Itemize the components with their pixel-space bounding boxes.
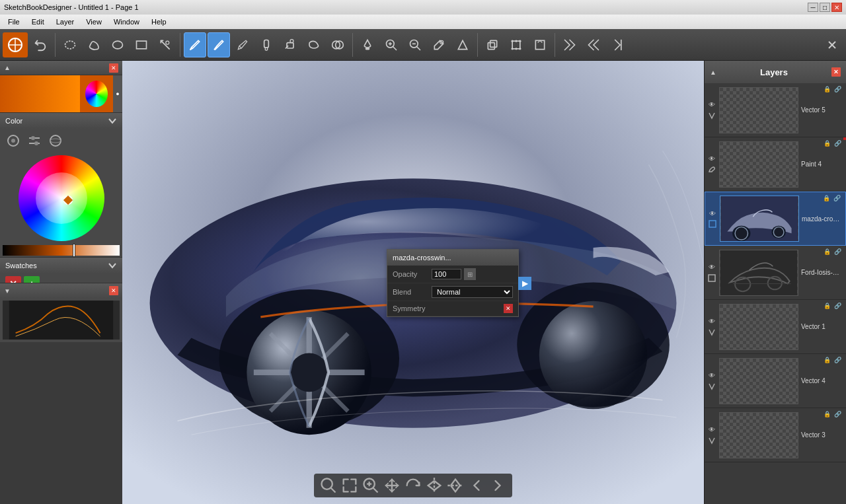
menu-layer[interactable]: Layer bbox=[51, 17, 80, 27]
popup-blend-select[interactable]: Normal Multiply Screen Overlay bbox=[432, 286, 513, 298]
color-wheel[interactable] bbox=[19, 155, 104, 241]
layer-visibility-vector5[interactable]: 👁 bbox=[707, 100, 716, 110]
layer-visibility-paint4[interactable]: 👁 bbox=[707, 155, 716, 164]
layer-lock-paint4[interactable]: 🔒 bbox=[824, 140, 833, 149]
curve-panel-collapse[interactable]: ▼ bbox=[4, 287, 11, 295]
drawing-canvas[interactable]: mazda-crosswin... Opacity ⊞ ▶ Blend Norm… bbox=[122, 61, 704, 504]
layer-link-vector5[interactable]: 🔗 bbox=[834, 86, 843, 95]
layer-icons-ford: 👁 bbox=[707, 263, 716, 283]
toolbar-close[interactable] bbox=[821, 32, 843, 57]
nav-end-tool[interactable] bbox=[606, 32, 629, 57]
curve-panel-close[interactable]: ✕ bbox=[109, 286, 118, 295]
layer-item-vector1[interactable]: 👁 Vector 1 🔒 🔗 bbox=[705, 300, 846, 354]
zoom-plus-button[interactable] bbox=[362, 476, 380, 495]
menu-view[interactable]: View bbox=[81, 17, 107, 27]
close-button[interactable]: ✕ bbox=[831, 3, 842, 12]
layer-lock-vector1[interactable]: 🔒 bbox=[824, 303, 833, 312]
layers-close-button[interactable]: ✕ bbox=[831, 67, 841, 77]
color-wheel-mini[interactable] bbox=[85, 81, 108, 107]
layer-link-paint4[interactable]: 🔗 bbox=[834, 140, 843, 149]
layer-lock-mazda[interactable]: 🔒 bbox=[823, 195, 832, 204]
layers-list[interactable]: 👁 Vector 5 🔒 🔗 👁 bbox=[705, 83, 846, 504]
triangle-tool[interactable] bbox=[451, 32, 474, 57]
popup-opacity-input[interactable] bbox=[432, 269, 461, 279]
layer-visibility-vector1[interactable]: 👁 bbox=[707, 317, 716, 326]
zoom-out-tool[interactable] bbox=[404, 32, 426, 57]
layer-lock-ford[interactable]: 🔒 bbox=[824, 248, 833, 258]
nav-left-button[interactable] bbox=[467, 476, 486, 495]
fill-tool[interactable] bbox=[356, 32, 379, 57]
transform-tool[interactable] bbox=[505, 32, 527, 57]
undo-tool[interactable] bbox=[29, 32, 52, 57]
nav-next-tool[interactable] bbox=[582, 32, 605, 57]
pencil-tool[interactable] bbox=[231, 32, 254, 57]
layer-type-vector1 bbox=[707, 328, 716, 337]
layer-visibility-ford[interactable]: 👁 bbox=[707, 263, 716, 272]
layer-info-ford: Ford-Iosis-X-... bbox=[801, 269, 843, 276]
layer-link-mazda[interactable]: 🔗 bbox=[833, 195, 843, 204]
layer-link-vector1[interactable]: 🔗 bbox=[834, 303, 843, 312]
zoom-reset-button[interactable] bbox=[319, 476, 338, 495]
nav-prev-tool[interactable] bbox=[558, 32, 581, 57]
swatches-dropdown-icon[interactable] bbox=[108, 261, 117, 270]
magic-wand-tool[interactable] bbox=[154, 32, 176, 57]
layer-link-vector4[interactable]: 🔗 bbox=[834, 357, 843, 366]
rect-select-tool[interactable] bbox=[130, 32, 153, 57]
layer-item-vector3[interactable]: 👁 Vector 3 🔒 🔗 bbox=[705, 408, 846, 462]
layer-link-vector3[interactable]: 🔗 bbox=[834, 411, 843, 420]
layer-item-paint4[interactable]: 👁 Paint 4 🔒 🔗 bbox=[705, 137, 846, 192]
popup-expand-button[interactable]: ▶ bbox=[518, 277, 531, 290]
layer-lock-vector5[interactable]: 🔒 bbox=[824, 86, 833, 95]
layer-link-ford[interactable]: 🔗 bbox=[834, 248, 843, 258]
layer-visibility-vector3[interactable]: 👁 bbox=[707, 425, 716, 435]
maximize-button[interactable]: □ bbox=[820, 3, 830, 12]
blend-tool[interactable] bbox=[327, 32, 349, 57]
lasso-tool[interactable] bbox=[59, 32, 81, 57]
layer-item-mazda[interactable]: 👁 maz bbox=[705, 192, 846, 246]
eyedropper-tool[interactable] bbox=[428, 32, 450, 57]
color-preview-collapse[interactable]: ▲ bbox=[4, 64, 11, 71]
ellipse-select-tool[interactable] bbox=[106, 32, 129, 57]
canvas-area[interactable]: mazda-crosswin... Opacity ⊞ ▶ Blend Norm… bbox=[122, 61, 704, 504]
color-preview-close[interactable]: ✕ bbox=[109, 63, 118, 73]
curve-canvas[interactable] bbox=[3, 301, 120, 340]
layer-visibility-mazda[interactable]: 👁 bbox=[708, 209, 717, 218]
warp-tool[interactable] bbox=[529, 32, 551, 57]
rotate-canvas-button[interactable] bbox=[404, 476, 422, 495]
fit-view-button[interactable] bbox=[340, 476, 359, 495]
layer-item-vector4[interactable]: 👁 Vector 4 🔒 🔗 bbox=[705, 354, 846, 408]
free-lasso-tool[interactable] bbox=[83, 32, 105, 57]
popup-symmetry-close[interactable]: ✕ bbox=[504, 304, 513, 313]
color-sphere-mode[interactable] bbox=[48, 133, 63, 149]
svg-point-27 bbox=[519, 40, 521, 42]
layer-copy-tool[interactable] bbox=[481, 32, 504, 57]
pan-button[interactable] bbox=[383, 476, 401, 495]
layer-lock-vector4[interactable]: 🔒 bbox=[824, 357, 833, 366]
layer-visibility-vector4[interactable]: 👁 bbox=[707, 371, 716, 380]
layer-lock-vector3[interactable]: 🔒 bbox=[824, 411, 833, 420]
flip-v-button[interactable] bbox=[446, 476, 465, 495]
menu-help[interactable]: Help bbox=[146, 17, 172, 27]
menu-edit[interactable]: Edit bbox=[26, 17, 50, 27]
layer-item-ford[interactable]: 👁 For bbox=[705, 246, 846, 300]
color-picker-tool[interactable] bbox=[3, 32, 28, 57]
menu-file[interactable]: File bbox=[3, 17, 25, 27]
color-wheel-mode[interactable] bbox=[5, 133, 21, 149]
zoom-in-tool[interactable] bbox=[380, 32, 403, 57]
marker-tool[interactable] bbox=[255, 32, 278, 57]
layers-collapse-icon[interactable]: ▲ bbox=[710, 69, 716, 76]
svg-rect-23 bbox=[488, 42, 494, 49]
menu-window[interactable]: Window bbox=[108, 17, 145, 27]
minimize-button[interactable]: ─ bbox=[808, 3, 818, 12]
brush-tool[interactable] bbox=[208, 32, 230, 57]
layer-type-vector5 bbox=[707, 111, 716, 120]
color-sliders-mode[interactable] bbox=[26, 133, 42, 149]
popup-grid-button[interactable]: ⊞ bbox=[464, 268, 476, 280]
layer-item-vector5[interactable]: 👁 Vector 5 🔒 🔗 bbox=[705, 83, 846, 137]
color-panel-dropdown-icon[interactable] bbox=[108, 116, 117, 126]
smudge-tool[interactable] bbox=[303, 32, 325, 57]
airbrush-tool[interactable] bbox=[279, 32, 301, 57]
flip-h-button[interactable] bbox=[425, 476, 443, 495]
pen-tool[interactable] bbox=[184, 32, 206, 57]
nav-right-button[interactable] bbox=[488, 476, 507, 495]
